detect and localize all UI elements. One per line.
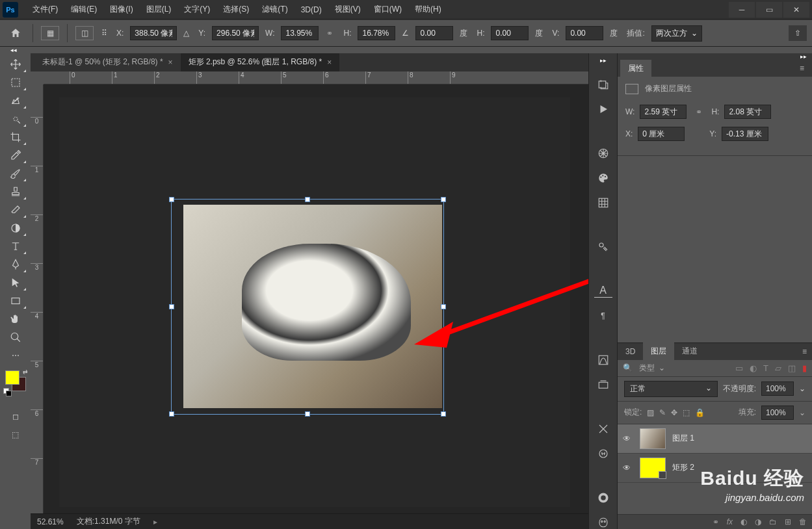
lock-paint-icon[interactable]: ✎ <box>659 408 666 417</box>
prop-x-input[interactable] <box>638 127 685 141</box>
menu-image[interactable]: 图像(I) <box>103 1 139 18</box>
prop-y-input[interactable] <box>722 127 768 141</box>
styles-icon[interactable] <box>594 378 612 391</box>
strip-collapse[interactable]: ▸▸ <box>600 57 607 64</box>
menu-window[interactable]: 窗口(W) <box>367 1 408 18</box>
lasso-tool[interactable] <box>5 92 27 109</box>
marquee-tool[interactable] <box>5 74 27 91</box>
collapse-indicator[interactable]: ◂◂ <box>0 47 812 53</box>
layer-name[interactable]: 图层 1 <box>672 433 694 444</box>
paragraph-icon[interactable]: ¶ <box>594 309 612 322</box>
type-tool[interactable] <box>5 238 27 255</box>
screenmode-tool[interactable]: ⬚ <box>5 426 27 443</box>
fill-dropdown-icon[interactable]: ⌄ <box>799 408 805 417</box>
menu-file[interactable]: 文件(F) <box>26 1 64 18</box>
tab-layers[interactable]: 图层 <box>643 342 674 360</box>
handle-tr[interactable] <box>441 197 446 202</box>
y-input[interactable] <box>212 26 259 40</box>
color-swatches[interactable]: ⇄ <box>5 370 26 391</box>
fx-icon[interactable]: fx <box>727 517 733 526</box>
filter-adjust-icon[interactable]: ◐ <box>750 363 757 373</box>
handle-tm[interactable] <box>305 197 310 202</box>
filter-type-icon[interactable]: T <box>763 363 768 373</box>
filter-toggle[interactable]: ▮ <box>802 363 807 373</box>
lock-artboard-icon[interactable]: ⬚ <box>683 408 690 417</box>
lock-position-icon[interactable]: ✥ <box>671 408 677 417</box>
fill-input[interactable] <box>761 406 794 420</box>
navigator-icon[interactable] <box>594 147 612 160</box>
rotate-input[interactable] <box>415 26 453 40</box>
search-icon[interactable]: 🔍 <box>623 363 633 372</box>
prop-w-input[interactable] <box>640 105 687 119</box>
doc-info[interactable]: 文档:1.31M/0 字节 <box>77 516 140 527</box>
new-layer-icon[interactable]: ⊞ <box>785 517 791 526</box>
visibility-icon[interactable]: 👁 <box>623 434 633 443</box>
gradient-tool[interactable] <box>5 220 27 237</box>
edit-toolbar[interactable]: ⋯ <box>5 347 27 364</box>
menu-help[interactable]: 帮助(H) <box>408 1 448 18</box>
layer-row-2[interactable]: 👁 矩形 2 <box>618 454 812 483</box>
transform-icon[interactable]: ◫ <box>75 26 94 40</box>
quick-select-tool[interactable] <box>5 110 27 127</box>
interp-dropdown[interactable]: 两次立方⌄ <box>651 25 702 42</box>
zoom-tool[interactable] <box>5 329 27 346</box>
close-icon[interactable]: × <box>168 58 173 67</box>
panel-collapse[interactable]: ▸▸ <box>618 53 812 60</box>
handle-tl[interactable] <box>169 197 174 202</box>
filter-dropdown[interactable]: 类型⌄ <box>639 363 729 374</box>
eraser-tool[interactable] <box>5 201 27 218</box>
tab-channels[interactable]: 通道 <box>674 342 705 360</box>
panel-menu-icon[interactable]: ≡ <box>797 347 812 356</box>
delete-icon[interactable]: 🗑 <box>799 517 807 526</box>
mask-icon[interactable]: ◐ <box>740 517 747 526</box>
menu-layer[interactable]: 图层(L) <box>140 1 178 18</box>
lock-all-icon[interactable]: 🔒 <box>695 408 705 417</box>
opacity-dropdown-icon[interactable]: ⌄ <box>799 384 805 393</box>
glyphs-icon[interactable] <box>594 354 612 367</box>
tab-2[interactable]: 矩形 2.psb @ 52.6% (图层 1, RGB/8) *× <box>181 53 340 71</box>
canvas[interactable] <box>44 84 588 513</box>
brush-tool[interactable] <box>5 165 27 182</box>
opacity-input[interactable] <box>761 381 794 396</box>
w-input[interactable] <box>281 26 319 40</box>
cc-icon[interactable] <box>594 491 612 504</box>
link-icon[interactable]: ⚭ <box>692 107 706 116</box>
filter-smart-icon[interactable]: ◫ <box>788 363 796 373</box>
minimize-button[interactable]: ─ <box>729 2 755 18</box>
handle-bl[interactable] <box>169 411 174 417</box>
prop-h-input[interactable] <box>724 105 771 119</box>
menu-type[interactable]: 文字(Y) <box>177 1 216 18</box>
rectangle-tool[interactable] <box>5 292 27 309</box>
close-icon[interactable]: × <box>327 58 332 67</box>
transform-bounds[interactable] <box>171 199 444 415</box>
swatches-icon[interactable] <box>594 196 612 209</box>
character-icon[interactable]: A <box>594 285 612 298</box>
skew-v-input[interactable] <box>566 26 603 40</box>
ruler-horizontal[interactable]: 0 1 2 3 4 5 6 7 8 9 <box>44 71 588 84</box>
filter-shape-icon[interactable]: ▱ <box>775 363 781 373</box>
adjustments-icon[interactable] <box>594 240 612 253</box>
zoom-level[interactable]: 52.61% <box>37 517 64 526</box>
group-icon[interactable]: 🗀 <box>769 517 777 526</box>
menu-filter[interactable]: 滤镜(T) <box>255 1 294 18</box>
layer-thumbnail[interactable] <box>640 428 666 449</box>
visibility-icon[interactable]: 👁 <box>623 463 633 472</box>
filter-image-icon[interactable]: ▭ <box>735 363 743 373</box>
handle-ml[interactable] <box>169 304 174 309</box>
ruler-corner[interactable] <box>31 71 44 84</box>
layer-thumbnail[interactable] <box>640 458 666 478</box>
tab-1[interactable]: 未标题-1 @ 50% (矩形 2, RGB/8) *× <box>34 53 181 71</box>
stamp-tool[interactable] <box>5 183 27 200</box>
crop-tool[interactable] <box>5 129 27 146</box>
handle-br[interactable] <box>441 411 446 417</box>
pattern-icon[interactable]: ⠿ <box>99 29 110 38</box>
lock-pixels-icon[interactable]: ▨ <box>647 408 654 417</box>
share-icon[interactable]: ⇧ <box>789 25 807 41</box>
ruler-vertical[interactable]: 0 1 2 3 4 5 6 7 <box>31 84 44 513</box>
maximize-button[interactable]: ▭ <box>756 2 782 18</box>
home-button[interactable] <box>5 24 26 42</box>
skew-h-input[interactable] <box>491 26 529 40</box>
x-input[interactable] <box>130 26 177 40</box>
history-icon[interactable] <box>594 78 612 91</box>
panel-menu-icon[interactable]: ≡ <box>794 64 809 73</box>
